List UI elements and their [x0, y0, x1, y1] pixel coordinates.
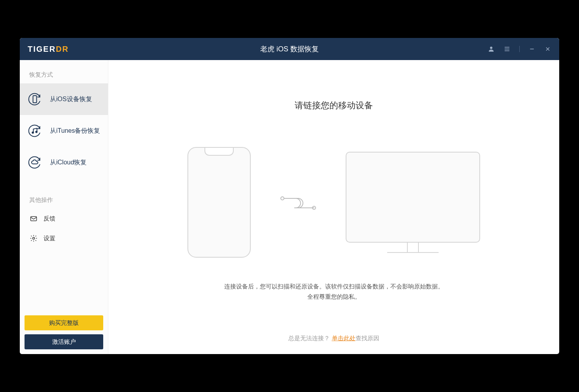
svg-rect-7 [33, 96, 36, 103]
connect-device-heading: 请链接您的移动设备 [295, 100, 373, 111]
gear-icon [29, 234, 38, 243]
app-window: TIGERDR 老虎 iOS 数据恢复 恢复方式 [20, 38, 559, 354]
cable-icon [278, 192, 318, 212]
sidebar-item-feedback[interactable]: 反馈 [20, 209, 108, 228]
app-logo: TIGERDR [28, 45, 69, 54]
activate-account-button[interactable]: 激活账户 [25, 334, 103, 349]
titlebar: TIGERDR 老虎 iOS 数据恢复 [20, 38, 559, 60]
sidebar-item-label: 从iTunes备份恢复 [50, 127, 100, 135]
sidebar-item-icloud[interactable]: 从iCloud恢复 [20, 147, 108, 178]
sidebar-item-settings[interactable]: 设置 [20, 228, 108, 248]
buy-full-button[interactable]: 购买完整版 [25, 315, 103, 330]
svg-point-9 [36, 131, 37, 133]
sidebar-item-itunes[interactable]: 从iTunes备份恢复 [20, 115, 108, 147]
svg-rect-10 [31, 217, 37, 221]
main-content: 请链接您的移动设备 [108, 60, 559, 354]
connect-illustration [187, 147, 480, 258]
envelope-icon [29, 214, 38, 223]
description-line-1: 连接设备后，您可以扫描和还原设备。该软件仅扫描设备数据，不会影响原始数据。 [224, 281, 444, 292]
logo-prefix: TIGER [28, 45, 56, 53]
window-title: 老虎 iOS 数据恢复 [260, 44, 319, 54]
sidebar-item-label: 从iCloud恢复 [50, 158, 87, 167]
sidebar-item-label: 设置 [44, 235, 55, 242]
menu-icon[interactable] [503, 45, 511, 53]
description-line-2: 全程尊重您的隐私。 [224, 292, 444, 302]
sidebar: 恢复方式 从iOS设备恢复 [20, 60, 108, 354]
sidebar-buttons: 购买完整版 激活账户 [20, 311, 108, 354]
app-body: 恢复方式 从iOS设备恢复 [20, 60, 559, 354]
svg-point-11 [33, 237, 35, 239]
troubleshoot-footer: 总是无法连接？ 单击此处查找原因 [288, 319, 379, 342]
titlebar-controls [488, 45, 551, 53]
sidebar-section-recovery: 恢复方式 [20, 65, 108, 83]
svg-point-0 [490, 47, 492, 49]
troubleshoot-link[interactable]: 单击此处 [332, 335, 356, 341]
close-button[interactable] [544, 45, 551, 53]
description-text: 连接设备后，您可以扫描和还原设备。该软件仅扫描设备数据，不会影响原始数据。 全程… [224, 281, 444, 302]
sidebar-item-ios-device[interactable]: 从iOS设备恢复 [20, 83, 108, 115]
phone-illustration [187, 147, 251, 258]
phone-refresh-icon [27, 91, 43, 107]
account-icon[interactable] [488, 45, 495, 53]
svg-point-8 [32, 132, 34, 134]
logo-suffix: DR [56, 45, 69, 53]
svg-point-12 [281, 197, 284, 200]
footer-suffix: 查找原因 [356, 335, 379, 341]
footer-prefix: 总是无法连接？ [288, 335, 330, 341]
sidebar-item-label: 从iOS设备恢复 [50, 95, 92, 104]
sidebar-section-other: 其他操作 [20, 190, 108, 209]
music-refresh-icon [27, 123, 43, 139]
cloud-refresh-icon [27, 155, 43, 170]
sidebar-item-label: 反馈 [44, 215, 55, 222]
titlebar-divider [519, 46, 520, 52]
minimize-button[interactable] [528, 45, 535, 53]
monitor-illustration [346, 152, 480, 253]
